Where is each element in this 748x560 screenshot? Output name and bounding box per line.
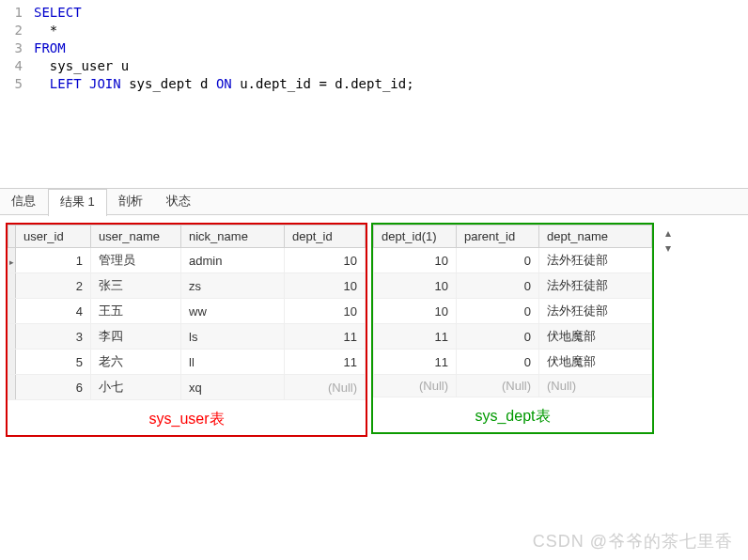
table-row[interactable]: 100法外狂徒部 — [374, 273, 652, 299]
sys-user-box: user_iduser_namenick_namedept_id 1管理员adm… — [6, 223, 367, 437]
table-row[interactable]: 1管理员admin10 — [8, 248, 366, 273]
table-row[interactable]: 2张三zs10 — [8, 273, 366, 299]
sys-dept-box: dept_id(1)parent_iddept_name 100法外狂徒部100… — [371, 223, 654, 434]
tab-剖析[interactable]: 剖析 — [107, 189, 155, 214]
table-row[interactable]: 5老六ll11 — [8, 350, 366, 375]
scroll-up-icon[interactable]: ▴ — [665, 226, 671, 240]
sys-dept-table[interactable]: dept_id(1)parent_iddept_name 100法外狂徒部100… — [373, 225, 652, 397]
line-number: 2 — [0, 22, 34, 39]
result-tab-bar: 信息结果 1剖析状态 — [0, 189, 748, 215]
result-grid-area: user_iduser_namenick_namedept_id 1管理员adm… — [0, 215, 748, 443]
tab-结果 1[interactable]: 结果 1 — [48, 189, 107, 216]
column-header[interactable]: nick_name — [181, 226, 285, 248]
line-number: 5 — [0, 75, 34, 93]
row-marker — [8, 273, 16, 299]
editor-line[interactable]: 5 LEFT JOIN sys_dept d ON u.dept_id = d.… — [0, 75, 748, 93]
table-row[interactable]: 110伏地魔部 — [374, 324, 652, 350]
row-marker — [8, 248, 16, 273]
line-number: 1 — [0, 4, 34, 22]
column-header[interactable]: dept_id(1) — [374, 226, 457, 248]
scroll-down-icon[interactable]: ▾ — [665, 241, 671, 255]
tab-信息[interactable]: 信息 — [0, 189, 48, 214]
row-marker — [8, 324, 16, 350]
editor-line[interactable]: 2 * — [0, 22, 748, 39]
column-header[interactable]: user_id — [16, 226, 91, 248]
table-row[interactable]: 3李四ls11 — [8, 324, 366, 350]
sys-user-caption: sys_user表 — [8, 400, 366, 429]
sql-editor[interactable]: 1SELECT2 *3FROM4 sys_user u5 LEFT JOIN s… — [0, 0, 748, 188]
column-header[interactable]: dept_id — [285, 226, 366, 248]
table-row[interactable]: 110伏地魔部 — [374, 350, 652, 375]
column-header[interactable]: parent_id — [457, 226, 539, 248]
editor-line[interactable]: 4 sys_user u — [0, 57, 748, 75]
row-marker — [8, 350, 16, 375]
row-marker — [8, 299, 16, 324]
table-row[interactable]: 6小七xq(Null) — [8, 375, 366, 400]
editor-line[interactable]: 3FROM — [0, 39, 748, 57]
column-header[interactable]: user_name — [91, 226, 181, 248]
editor-line[interactable]: 1SELECT — [0, 4, 748, 22]
column-header[interactable]: dept_name — [539, 226, 652, 248]
sys-user-table[interactable]: user_iduser_namenick_namedept_id 1管理员adm… — [8, 225, 366, 400]
line-number: 4 — [0, 57, 34, 75]
watermark: CSDN @爷爷的茶七里香 — [533, 530, 733, 552]
row-marker — [8, 375, 16, 400]
table-row[interactable]: 4王五ww10 — [8, 299, 366, 324]
table-row[interactable]: 100法外狂徒部 — [374, 299, 652, 324]
line-number: 3 — [0, 39, 34, 57]
sys-dept-caption: sys_dept表 — [373, 397, 652, 427]
tab-状态[interactable]: 状态 — [155, 189, 203, 214]
table-row[interactable]: (Null)(Null)(Null) — [374, 375, 652, 397]
table-row[interactable]: 100法外狂徒部 — [374, 248, 652, 273]
